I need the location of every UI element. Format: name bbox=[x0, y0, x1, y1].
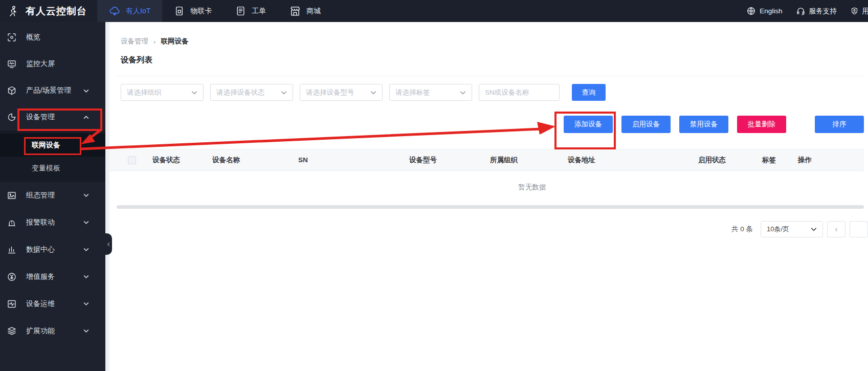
language-label: English bbox=[760, 7, 782, 15]
sidebar-item-device-management[interactable]: 设备管理 bbox=[0, 104, 105, 130]
work-order-icon bbox=[235, 6, 246, 16]
service-support[interactable]: 服务支持 bbox=[796, 7, 837, 16]
device-pie-icon bbox=[7, 113, 16, 122]
tab-label: 工单 bbox=[252, 7, 266, 16]
sidebar-item-data-center[interactable]: 数据中心 bbox=[0, 236, 105, 263]
usr-person-logo-icon bbox=[7, 5, 19, 17]
breadcrumb-current: 联网设备 bbox=[161, 37, 189, 46]
top-right-menu: English 服务支持 用 bbox=[733, 7, 868, 16]
user-label: 用 bbox=[862, 7, 868, 16]
monitor-screen-icon bbox=[7, 59, 16, 69]
tab-label: 商城 bbox=[306, 7, 321, 16]
page-button-partial[interactable] bbox=[850, 221, 868, 237]
device-model-placeholder: 请选择设备型号 bbox=[306, 88, 354, 97]
sidebar: 概览 监控大屏 产品/场景管理 bbox=[0, 22, 105, 371]
sim-card-icon bbox=[174, 6, 185, 16]
sidebar-subitem-variable-template[interactable]: 变量模板 bbox=[0, 157, 105, 180]
column-header: 操作 bbox=[798, 156, 864, 165]
ops-pulse-icon bbox=[7, 299, 16, 309]
action-bar: 添加设备 启用设备 禁用设备 批量删除 排序 bbox=[109, 116, 864, 133]
tab-usr-iot[interactable]: 有人IoT bbox=[97, 0, 162, 22]
cloud-icon bbox=[109, 6, 120, 17]
query-button[interactable]: 查询 bbox=[572, 84, 606, 101]
column-header: 设备状态 bbox=[152, 156, 212, 165]
title-divider bbox=[117, 76, 864, 76]
chevron-down-icon bbox=[191, 90, 197, 96]
column-header: SN bbox=[298, 156, 409, 164]
sidebar-item-scada-management[interactable]: 组态管理 bbox=[0, 182, 105, 209]
chevron-down-icon bbox=[81, 301, 91, 307]
column-header: 设备名称 bbox=[212, 156, 298, 165]
total-count: 共 0 条 bbox=[731, 225, 753, 234]
sidebar-label: 数据中心 bbox=[26, 245, 55, 254]
org-select[interactable]: 请选择组织 bbox=[121, 84, 204, 101]
column-header: 所属组织 bbox=[490, 156, 568, 165]
chevron-down-icon bbox=[811, 226, 817, 232]
sidebar-item-device-ops[interactable]: 设备运维 bbox=[0, 290, 105, 317]
sidebar-item-extensions[interactable]: 扩展功能 bbox=[0, 317, 105, 344]
tab-iot-card[interactable]: 物联卡 bbox=[162, 0, 224, 22]
page-size-value: 10条/页 bbox=[767, 225, 789, 234]
breadcrumb-parent[interactable]: 设备管理 bbox=[121, 37, 148, 46]
product-cube-icon bbox=[7, 86, 16, 95]
device-model-select[interactable]: 请选择设备型号 bbox=[300, 84, 383, 101]
language-switch[interactable]: English bbox=[747, 7, 782, 15]
sidebar-item-value-added-services[interactable]: 增值服务 bbox=[0, 263, 105, 290]
page-size-select[interactable]: 10条/页 bbox=[761, 221, 823, 237]
column-header: 启用状态 bbox=[698, 156, 762, 165]
tag-select[interactable]: 请选择标签 bbox=[389, 84, 472, 101]
device-status-select[interactable]: 请选择设备状态 bbox=[210, 84, 293, 101]
prev-page-button[interactable]: ‹ bbox=[827, 221, 845, 237]
service-support-label: 服务支持 bbox=[809, 7, 837, 16]
chevron-down-icon bbox=[81, 328, 91, 334]
sidebar-label: 设备运维 bbox=[26, 299, 55, 309]
tab-label: 有人IoT bbox=[126, 7, 150, 16]
disable-device-button[interactable]: 禁用设备 bbox=[679, 116, 728, 133]
sidebar-item-overview[interactable]: 概览 bbox=[0, 24, 105, 51]
column-header: 标签 bbox=[762, 156, 798, 165]
chevron-down-icon bbox=[460, 90, 466, 96]
sidebar-label: 增值服务 bbox=[26, 272, 55, 281]
tab-label: 物联卡 bbox=[190, 7, 212, 16]
alarm-icon bbox=[7, 218, 16, 227]
select-all-cell bbox=[109, 156, 152, 164]
add-device-button[interactable]: 添加设备 bbox=[564, 116, 613, 133]
horizontal-scrollbar[interactable] bbox=[117, 205, 864, 209]
chevron-down-icon bbox=[81, 192, 91, 198]
sidebar-subitem-networked-devices[interactable]: 联网设备 bbox=[0, 134, 105, 157]
sidebar-collapse-handle[interactable] bbox=[105, 233, 112, 255]
sidebar-sublabel: 变量模板 bbox=[32, 164, 60, 173]
scada-image-icon bbox=[7, 191, 16, 200]
sort-button[interactable]: 排序 bbox=[815, 116, 864, 133]
batch-delete-button[interactable]: 批量删除 bbox=[737, 116, 786, 133]
chevron-left-icon bbox=[106, 242, 111, 247]
top-nav: 有人IoT 物联卡 工单 bbox=[97, 0, 332, 22]
chevron-left-icon: ‹ bbox=[835, 225, 837, 234]
chevron-down-icon bbox=[370, 90, 376, 96]
pagination: 共 0 条 10条/页 ‹ bbox=[109, 221, 868, 237]
user-center[interactable]: 用 bbox=[851, 7, 868, 16]
sidebar-item-product-management[interactable]: 产品/场景管理 bbox=[0, 77, 105, 104]
sidebar-item-alarm-linkage[interactable]: 报警联动 bbox=[0, 209, 105, 236]
tab-shop[interactable]: 商城 bbox=[278, 0, 332, 22]
globe-icon bbox=[747, 7, 755, 15]
sidebar-label: 概览 bbox=[26, 33, 40, 42]
select-all-checkbox[interactable] bbox=[128, 156, 136, 164]
sidebar-label: 设备管理 bbox=[26, 113, 55, 122]
shop-icon bbox=[290, 6, 301, 17]
layers-icon bbox=[7, 326, 16, 336]
enable-device-button[interactable]: 启用设备 bbox=[621, 116, 671, 133]
table-empty-state: 暂无数据 bbox=[109, 171, 868, 204]
headset-icon bbox=[796, 7, 805, 15]
top-bar: 有人云控制台 有人IoT 物联卡 bbox=[0, 0, 868, 22]
sidebar-sublabel: 联网设备 bbox=[32, 141, 60, 150]
tab-work-order[interactable]: 工单 bbox=[224, 0, 278, 22]
sidebar-item-monitor-screen[interactable]: 监控大屏 bbox=[0, 51, 105, 77]
filter-bar: 请选择组织 请选择设备状态 请选择设备型号 请选择标签 查询 bbox=[121, 84, 868, 101]
device-status-placeholder: 请选择设备状态 bbox=[216, 88, 265, 97]
chevron-down-icon bbox=[81, 220, 91, 225]
search-input[interactable] bbox=[479, 84, 560, 101]
breadcrumb: 设备管理 › 联网设备 bbox=[109, 22, 868, 46]
user-shield-icon bbox=[851, 7, 858, 15]
chevron-down-icon bbox=[81, 274, 91, 279]
